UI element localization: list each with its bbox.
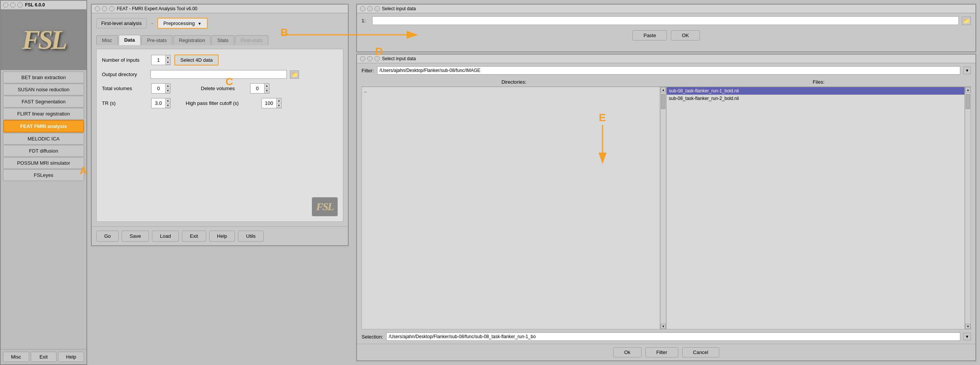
dir-scroll-down[interactable]: ▾: [660, 324, 666, 329]
total-volumes-down[interactable]: ▾: [165, 89, 170, 94]
sidebar-item-fdt[interactable]: FDT diffusion: [3, 145, 84, 157]
exit-button[interactable]: Exit: [31, 352, 57, 362]
select-input-main: Select input data Filter: ▼ Directories:…: [356, 54, 976, 361]
num-inputs-arrows[interactable]: ▴ ▾: [165, 55, 170, 65]
feat-win-min[interactable]: [102, 6, 107, 11]
file-item-1[interactable]: sub-08_task-flanker_run-2_bold.nii: [667, 95, 964, 102]
dir-scroll-up[interactable]: ▴: [660, 87, 666, 92]
delete-volumes-value: 0: [250, 85, 264, 92]
output-dir-folder-btn[interactable]: 📁: [290, 70, 299, 79]
output-dir-input[interactable]: [150, 70, 287, 79]
tr-up[interactable]: ▴: [165, 98, 170, 103]
sidebar-item-fast[interactable]: FAST Segmentation: [3, 96, 84, 108]
win-close-btn[interactable]: [3, 2, 8, 8]
save-button[interactable]: Save: [122, 230, 149, 241]
selection-input[interactable]: [386, 332, 960, 341]
num-inputs-spinner[interactable]: 1 ▴ ▾: [151, 55, 170, 65]
feat-win-close[interactable]: [95, 6, 100, 11]
feat-win-max[interactable]: [109, 6, 115, 11]
sid-cancel-button[interactable]: Cancel: [682, 347, 719, 357]
sidebar-item-susan[interactable]: SUSAN noise reduction: [3, 84, 84, 95]
win-max-btn[interactable]: [18, 2, 23, 8]
sidebar-item-possum[interactable]: POSSUM MRI simulator: [3, 157, 84, 169]
sid-main-close[interactable]: [360, 56, 365, 61]
sid-top-close[interactable]: [360, 6, 365, 11]
ok-button[interactable]: OK: [671, 30, 700, 41]
paste-button[interactable]: Paste: [633, 30, 667, 41]
tr-spinner[interactable]: 3.0 ▴ ▾: [151, 98, 170, 108]
files-scroll-down[interactable]: ▾: [965, 324, 970, 329]
go-button[interactable]: Go: [96, 230, 119, 241]
sid-main-min[interactable]: [367, 56, 372, 61]
directories-list[interactable]: ..: [361, 87, 660, 329]
sid-top-min[interactable]: [367, 6, 372, 11]
sidebar-item-bet[interactable]: BET brain extraction: [3, 71, 84, 83]
files-list[interactable]: sub-08_task-flanker_run-1_bold.nii sub-0…: [666, 87, 965, 329]
dir-scroll-track[interactable]: [660, 92, 666, 324]
fsl-logo-area: FSL: [1, 10, 86, 70]
sid-ok-button[interactable]: Ok: [613, 347, 641, 357]
sid-top-folder-btn[interactable]: 📁: [962, 17, 971, 25]
volumes-row: Total volumes 0 ▴ ▾ Delete volumes 0 ▴: [102, 83, 338, 94]
tab-misc[interactable]: Misc: [96, 35, 118, 45]
utils-button[interactable]: Utils: [238, 230, 263, 241]
tab-stats[interactable]: Stats: [212, 35, 234, 45]
feat-titlebar: FEAT - FMRI Expert Analysis Tool v6.00: [92, 5, 348, 13]
dir-scroll-thumb: [661, 94, 665, 109]
load-button[interactable]: Load: [152, 230, 179, 241]
filter-input[interactable]: [377, 66, 961, 75]
sidebar-item-flirt[interactable]: FLIRT linear registration: [3, 108, 84, 120]
feat-help-button[interactable]: Help: [209, 230, 235, 241]
sid-top-controls: [360, 6, 380, 11]
highpass-arrows[interactable]: ▴ ▾: [276, 98, 281, 108]
num-inputs-down[interactable]: ▾: [165, 60, 170, 65]
select-4d-button[interactable]: Select 4D data: [174, 54, 219, 65]
highpass-spinner[interactable]: 100 ▴ ▾: [261, 98, 282, 108]
tr-down[interactable]: ▾: [165, 103, 170, 108]
tr-label: TR (s): [102, 100, 147, 106]
tab-post-stats: Post-stats: [235, 35, 268, 45]
total-volumes-label: Total volumes: [102, 86, 147, 91]
sid-top-input[interactable]: [372, 16, 959, 25]
tr-value: 3.0: [151, 100, 165, 107]
preprocessing-box[interactable]: Preprocessing ▼: [157, 18, 208, 29]
select-input-top: Select input data 1: 📁 Paste OK: [356, 4, 976, 52]
feat-exit-button[interactable]: Exit: [182, 230, 206, 241]
help-button[interactable]: Help: [58, 352, 84, 362]
delete-volumes-up[interactable]: ▴: [264, 84, 269, 89]
highpass-down[interactable]: ▾: [277, 103, 281, 108]
files-scroll-track[interactable]: [965, 92, 970, 324]
directories-header: Directories:: [361, 78, 666, 87]
tab-data[interactable]: Data: [119, 35, 141, 45]
right-section: Select input data 1: 📁 Paste OK Select i…: [352, 0, 980, 365]
sid-top-titlebar: Select input data: [357, 5, 975, 13]
sid-main-max[interactable]: [374, 56, 380, 61]
tr-arrows[interactable]: ▴ ▾: [165, 98, 170, 108]
output-dir-label: Output directory: [102, 71, 147, 77]
dir-item-parent[interactable]: ..: [362, 87, 660, 95]
delete-volumes-down[interactable]: ▾: [264, 89, 269, 94]
delete-volumes-arrows[interactable]: ▴ ▾: [264, 84, 269, 93]
total-volumes-up[interactable]: ▴: [165, 84, 170, 89]
sid-top-max[interactable]: [374, 6, 380, 11]
misc-button[interactable]: Misc: [3, 352, 29, 362]
file-item-0[interactable]: sub-08_task-flanker_run-1_bold.nii: [667, 87, 964, 95]
win-min-btn[interactable]: [10, 2, 16, 8]
num-inputs-up[interactable]: ▴: [165, 55, 170, 60]
total-volumes-arrows[interactable]: ▴ ▾: [165, 84, 170, 93]
files-scroll-up[interactable]: ▴: [965, 87, 970, 92]
tab-pre-stats[interactable]: Pre-stats: [142, 35, 172, 45]
sidebar-item-fsleyes[interactable]: FSLeyes: [3, 169, 84, 181]
sidebar-item-feat[interactable]: FEAT FMRI analysis: [3, 120, 84, 133]
tab-registration[interactable]: Registration: [173, 35, 211, 45]
output-dir-row: Output directory 📁: [102, 70, 338, 79]
sid-filter-button[interactable]: Filter: [645, 347, 678, 357]
highpass-up[interactable]: ▴: [277, 98, 281, 103]
delete-volumes-spinner[interactable]: 0 ▴ ▾: [250, 83, 269, 94]
files-scrollbar: ▴ ▾: [965, 87, 971, 329]
selection-dropdown[interactable]: ▼: [963, 333, 971, 340]
total-volumes-spinner[interactable]: 0 ▴ ▾: [151, 83, 170, 94]
tr-row: TR (s) 3.0 ▴ ▾ High pass filter cutoff (…: [102, 98, 338, 108]
filter-dropdown[interactable]: ▼: [963, 67, 971, 74]
sidebar-item-melodic[interactable]: MELODIC ICA: [3, 133, 84, 144]
